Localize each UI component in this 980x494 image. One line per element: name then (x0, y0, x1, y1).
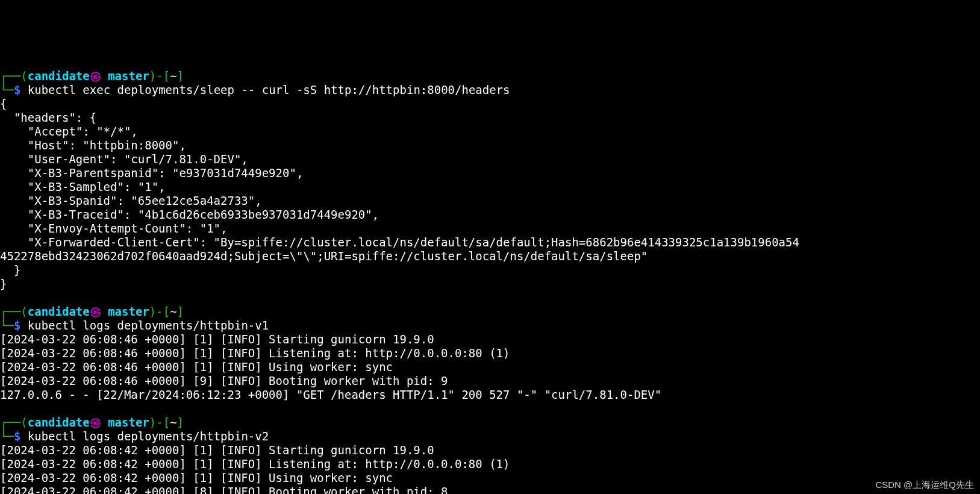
watermark: CSDN @上海运维Q先生 (875, 478, 974, 492)
prompt-rparen: ) (149, 305, 156, 318)
output-1-line: "Accept": "*/*", (0, 125, 138, 138)
prompt-corner-tl: ┌── (0, 69, 20, 83)
prompt-user: candidate (28, 69, 90, 83)
prompt-lparen: ( (20, 305, 27, 318)
prompt-dash: -[ (156, 69, 170, 83)
output-2-line: [2024-03-22 06:08:46 +0000] [1] [INFO] U… (0, 360, 393, 374)
output-1-line: "X-B3-Traceid": "4b1c6d26ceb6933be937031… (0, 208, 379, 221)
terminal[interactable]: ┌──(candidate㉿ master)-[~] └─$ kubectl e… (0, 69, 980, 494)
prompt-host: master (101, 69, 149, 83)
prompt-sep: ㉿ (90, 69, 101, 83)
prompt-corner-tl: ┌── (0, 416, 20, 429)
prompt-dash: -[ (156, 416, 170, 429)
prompt-path: ~ (170, 305, 176, 318)
prompt-path: ~ (170, 69, 176, 83)
output-1-line: "User-Agent": "curl/7.81.0-DEV", (0, 152, 248, 166)
output-1-line: 452278ebd32423062d702f0640aad924d;Subjec… (0, 249, 648, 263)
output-3-line: [2024-03-22 06:08:42 +0000] [1] [INFO] L… (0, 457, 510, 471)
output-1-line: "X-B3-Parentspanid": "e937031d7449e920", (0, 166, 303, 180)
output-1-line: { (0, 97, 7, 110)
prompt-user: candidate (28, 305, 90, 318)
output-2-line: [2024-03-22 06:08:46 +0000] [1] [INFO] L… (0, 346, 510, 360)
prompt-path: ~ (170, 416, 176, 429)
prompt-dollar: $ (14, 319, 20, 332)
output-1-line: "X-B3-Spanid": "65ee12ce5a4a2733", (0, 194, 262, 207)
output-1-line: "X-Forwarded-Client-Cert": "By=spiffe://… (0, 236, 799, 249)
prompt-lparen: ( (20, 416, 27, 429)
command-2[interactable]: kubectl logs deployments/httpbin-v1 (28, 319, 269, 332)
output-1-line: "X-B3-Sampled": "1", (0, 180, 166, 193)
prompt-dollar: $ (14, 430, 20, 443)
prompt-corner-bl: └─ (0, 430, 14, 443)
command-3[interactable]: kubectl logs deployments/httpbin-v2 (28, 430, 269, 443)
prompt-end: ] (177, 305, 184, 318)
prompt-rparen: ) (149, 69, 156, 83)
output-2-line: [2024-03-22 06:08:46 +0000] [9] [INFO] B… (0, 374, 448, 387)
prompt-end: ] (177, 416, 184, 429)
prompt-user: candidate (28, 416, 90, 429)
output-3-line: [2024-03-22 06:08:42 +0000] [1] [INFO] S… (0, 443, 434, 457)
prompt-host: master (101, 305, 149, 318)
output-2-line: 127.0.0.6 - - [22/Mar/2024:06:12:23 +000… (0, 388, 661, 401)
prompt-rparen: ) (149, 416, 156, 429)
command-1[interactable]: kubectl exec deployments/sleep -- curl -… (28, 83, 510, 96)
output-3-line: [2024-03-22 06:08:42 +0000] [8] [INFO] B… (0, 485, 448, 494)
output-1-line: } (0, 277, 7, 290)
output-1-line: "Host": "httpbin:8000", (0, 139, 186, 152)
prompt-sep: ㉿ (90, 416, 101, 429)
output-3-line: [2024-03-22 06:08:42 +0000] [1] [INFO] U… (0, 471, 393, 484)
prompt-end: ] (177, 69, 184, 83)
prompt-corner-tl: ┌── (0, 305, 20, 318)
prompt-lparen: ( (20, 69, 27, 83)
prompt-sep: ㉿ (90, 305, 101, 318)
output-1-line: } (0, 263, 20, 277)
prompt-corner-bl: └─ (0, 319, 14, 332)
prompt-corner-bl: └─ (0, 83, 14, 96)
output-1-line: "headers": { (0, 111, 96, 124)
output-1-line: "X-Envoy-Attempt-Count": "1", (0, 222, 228, 235)
output-2-line: [2024-03-22 06:08:46 +0000] [1] [INFO] S… (0, 333, 434, 346)
prompt-host: master (101, 416, 149, 429)
prompt-dollar: $ (14, 83, 20, 96)
prompt-dash: -[ (156, 305, 170, 318)
